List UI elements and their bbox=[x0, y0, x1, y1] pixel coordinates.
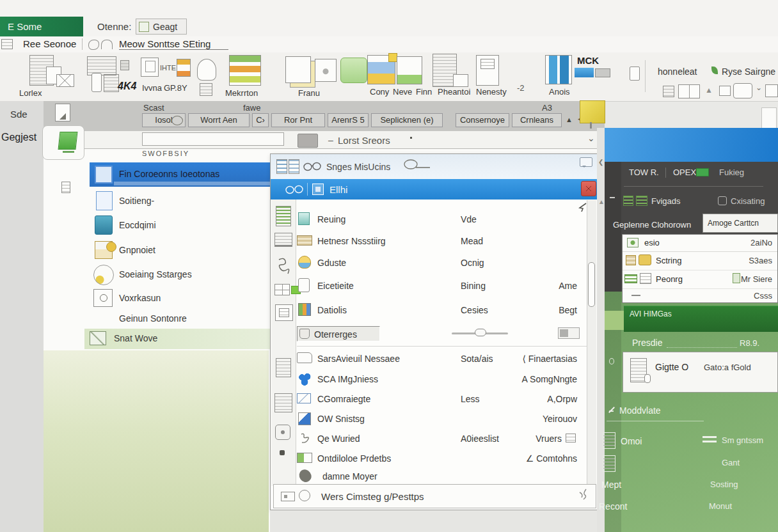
phone-icon[interactable] bbox=[91, 73, 102, 92]
scribble-strip-icon[interactable] bbox=[275, 256, 292, 279]
collapse-chevron-icon[interactable]: ⌄ bbox=[587, 133, 595, 143]
menu-item-otenne[interactable]: Otenne: bbox=[97, 21, 131, 32]
kettle-icon[interactable] bbox=[197, 59, 216, 81]
dialog-row-owsnistsg[interactable]: OW Snistsg Yeirouov bbox=[297, 411, 595, 427]
gutter-chevron-left-icon[interactable]: ❮ bbox=[598, 159, 603, 166]
options-item-gnpnoiet[interactable]: Gnpnoiet bbox=[90, 238, 276, 262]
gauge-icon[interactable] bbox=[315, 59, 337, 82]
dialog-row-oterrerges-selected[interactable]: Oterrerges bbox=[297, 326, 380, 341]
sort-up-icon[interactable]: ▲ bbox=[566, 116, 573, 123]
toolbar-btn-arens[interactable]: ArenrS 5 bbox=[328, 113, 369, 127]
menu-item-meow[interactable]: Meow Sonttse SEting bbox=[119, 38, 228, 50]
toolbar-btn-c[interactable]: C› bbox=[252, 113, 269, 127]
gutter-caret-icon[interactable]: ▲ bbox=[598, 198, 605, 205]
copy-icon[interactable] bbox=[367, 55, 395, 84]
ribbon-label-ryse[interactable]: Ryse Sairgne bbox=[722, 66, 775, 77]
dialog-row-eicetieite[interactable]: Eicetieite Bining Ame bbox=[297, 278, 595, 294]
file-box[interactable]: Gigtte O Gato:a fGold bbox=[623, 352, 778, 393]
sidebar-tab-sde[interactable]: Sde bbox=[10, 109, 28, 120]
options-item-eocdqimi[interactable]: Eocdqimi bbox=[90, 214, 276, 237]
right-tab-towr[interactable]: TOW R. bbox=[629, 168, 659, 177]
options-item-geinun[interactable]: Geinun Sontonre bbox=[90, 309, 276, 329]
view-grid-icon-2[interactable] bbox=[289, 159, 299, 174]
keypad-icon[interactable] bbox=[104, 74, 119, 92]
toolbar-btn-crnleans[interactable]: Crnleans bbox=[512, 113, 562, 127]
window-panel-icon[interactable] bbox=[476, 55, 499, 86]
toolbar-btn-seplicknen[interactable]: Seplicknen (e) bbox=[371, 113, 443, 127]
options-item-soeiaing[interactable]: Soeiaing Sstarges bbox=[90, 263, 276, 286]
dialog-scrollbar[interactable] bbox=[587, 200, 596, 484]
omoi-label[interactable]: Omoi bbox=[621, 436, 642, 446]
file-tab[interactable]: E Some bbox=[0, 17, 83, 36]
right-link-cxisating[interactable]: Cxisating bbox=[731, 196, 765, 206]
spreadsheet-strip-icon[interactable] bbox=[276, 206, 291, 226]
glass-icon[interactable] bbox=[58, 132, 78, 150]
monitor-icon[interactable] bbox=[141, 58, 159, 77]
highlight-row[interactable]: AVI HIMGas bbox=[624, 306, 778, 332]
modulate-label[interactable]: Moddvlate bbox=[619, 405, 661, 416]
list-strip-icon[interactable] bbox=[274, 233, 292, 247]
dropdown-row-peonrg[interactable]: Peonrg Mr Siere bbox=[623, 270, 777, 289]
slider-thumb[interactable] bbox=[475, 329, 486, 336]
listdoc-strip-icon[interactable] bbox=[274, 393, 292, 412]
dialog-row-sca[interactable]: SCA IMgJniess A SomgNngte bbox=[297, 371, 595, 387]
dropdown-row-sctring[interactable]: Sctring S3aes bbox=[623, 252, 777, 270]
gant-value[interactable]: Gant bbox=[722, 458, 740, 467]
pencil-tool-icon[interactable] bbox=[55, 104, 70, 121]
colorful-sheet-icon[interactable] bbox=[229, 55, 261, 86]
dialog-row-qewuried[interactable]: Qe Wuried A0ieeslist Vruers bbox=[297, 430, 595, 447]
yellow-cube-icon[interactable] bbox=[580, 100, 605, 123]
clipboard-small-icon[interactable] bbox=[630, 66, 640, 81]
contact-card-icon[interactable] bbox=[87, 56, 116, 75]
options-item-fin[interactable]: Fin Coroeonns Ioeotonas bbox=[90, 162, 276, 187]
mept-label[interactable]: Mept bbox=[601, 480, 621, 490]
grid-strip-icon[interactable] bbox=[274, 284, 290, 295]
envelope-icon[interactable] bbox=[56, 74, 74, 87]
toolbar-btn-worrt[interactable]: Worrt Aen bbox=[188, 113, 250, 127]
triangle-icon[interactable]: ▲ bbox=[705, 86, 713, 95]
name-box[interactable] bbox=[142, 132, 284, 146]
close-button[interactable] bbox=[581, 181, 596, 196]
right-tab-opex[interactable]: OPEX bbox=[673, 168, 696, 177]
dialog-row-hetnesr[interactable]: Hetnesr Nssstiirg Mead bbox=[297, 233, 595, 249]
option-slider[interactable] bbox=[452, 327, 509, 338]
comment-icon[interactable] bbox=[340, 58, 367, 83]
mini-progress-box[interactable] bbox=[558, 327, 580, 339]
options-item-soitieng[interactable]: Soitieng- bbox=[90, 189, 276, 212]
menu-item-reeseonoe[interactable]: Ree Seonoe bbox=[23, 38, 76, 49]
pages-icon[interactable] bbox=[285, 56, 311, 83]
right-link-fvigads[interactable]: Fvigads bbox=[651, 196, 681, 206]
chevron-down-icon[interactable]: ⌄ bbox=[756, 83, 762, 92]
dialog-row-gduste[interactable]: Gduste Ocnig bbox=[297, 254, 595, 271]
small-rect-icon[interactable] bbox=[719, 86, 731, 96]
framed-grid-strip-icon[interactable] bbox=[275, 304, 293, 321]
edge-rect-icon[interactable] bbox=[765, 84, 778, 97]
dialog-row-sarsavieuil[interactable]: SarsAvieuil Nessaee Sota/ais ⟨ Finaertas… bbox=[297, 350, 595, 367]
dialog-row-damnemoyer[interactable]: damne Moyer bbox=[297, 468, 595, 485]
dialog-search-label[interactable]: Snges MisUcins bbox=[326, 162, 390, 172]
bubble-strip-icon[interactable] bbox=[275, 425, 290, 440]
scrollbar-thumb[interactable] bbox=[588, 262, 595, 307]
stamp-icon[interactable] bbox=[120, 60, 129, 70]
right-tab-fukieg[interactable]: Fukieg bbox=[719, 168, 744, 177]
toolbar-btn-ror[interactable]: Ror Pnt bbox=[271, 113, 325, 127]
rounded-rect-icon[interactable] bbox=[733, 83, 752, 98]
screens-icon[interactable] bbox=[545, 55, 572, 84]
calculator-icon[interactable] bbox=[663, 86, 674, 97]
lasso-icon[interactable] bbox=[88, 40, 99, 50]
dialog-row-datiolis[interactable]: Datiolis Cesies Begt bbox=[297, 302, 595, 318]
split-window-icon[interactable] bbox=[678, 84, 700, 98]
move-icon[interactable] bbox=[397, 56, 422, 84]
dialog-row-cgomraiegte[interactable]: CGomraiegte Less A,Orpw bbox=[297, 391, 595, 407]
toolbar-btn-consernoye[interactable]: Consernoye bbox=[456, 113, 509, 127]
view-grid-icon[interactable] bbox=[276, 159, 287, 174]
docstack-strip-icon[interactable] bbox=[276, 358, 291, 377]
comment-bubble-icon[interactable] bbox=[580, 157, 592, 167]
org-boxes-icon[interactable] bbox=[177, 59, 191, 77]
recont-label[interactable]: Recont bbox=[599, 501, 627, 512]
arc-icon[interactable] bbox=[101, 40, 113, 49]
dropdown-row-esio[interactable]: esio 2aiNo bbox=[623, 235, 777, 252]
options-item-snatwove[interactable]: Snat Wove bbox=[84, 329, 276, 349]
ribbon-label-honneleat[interactable]: honneleat bbox=[658, 66, 697, 77]
dialog-row-ontdiloloe[interactable]: Ontdiloloe Prdetbs ∠ Comtohns bbox=[297, 450, 595, 467]
